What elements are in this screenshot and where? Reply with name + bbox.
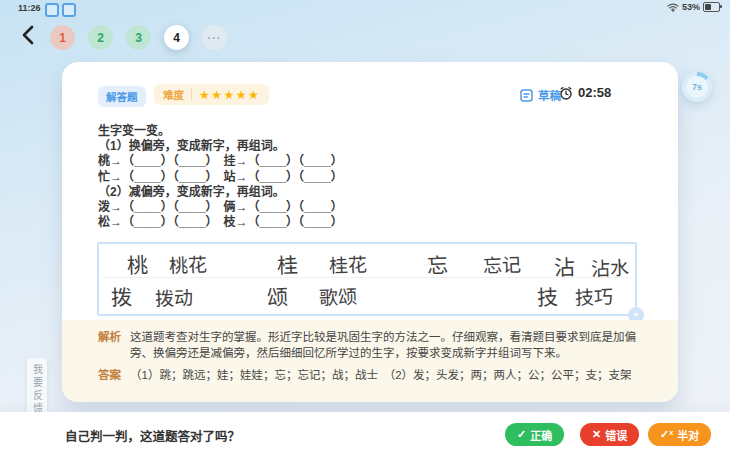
floating-progress-button[interactable]: 7s bbox=[682, 72, 712, 102]
question-line: 桃→（____）（____） 挂→（____）（____） bbox=[98, 154, 498, 169]
difficulty-badge: 难度 ★★★★★ bbox=[154, 84, 269, 105]
handwritten-word: 忘记 bbox=[483, 249, 522, 277]
back-button[interactable] bbox=[20, 24, 38, 46]
timer: 02:58 bbox=[559, 85, 611, 100]
judge-wrong-button[interactable]: ✕ 错误 bbox=[580, 423, 639, 446]
judge-wrong-label: 错误 bbox=[605, 427, 627, 443]
battery-percent: 53% bbox=[682, 2, 700, 12]
timer-value: 02:58 bbox=[578, 85, 611, 100]
handwriting-answer-area[interactable]: 桃 桃花 桂 桂花 忘 忘记 沾 沾水 拨 拨动 颂 歌颂 技 技巧 + bbox=[97, 242, 637, 316]
question-tab-2[interactable]: 2 bbox=[88, 25, 113, 50]
status-bar: 11:26 53% bbox=[0, 0, 730, 16]
question-tab-4[interactable]: 4 bbox=[164, 25, 189, 50]
judge-correct-button[interactable]: ✓ 正确 bbox=[505, 423, 564, 446]
analysis-row: 解析 这道题考查对生字的掌握。形近字比较是巩固生字的方法之一。仔细观察，看清题目… bbox=[62, 329, 678, 361]
battery-icon bbox=[703, 2, 720, 12]
star-rating: ★★★★★ bbox=[199, 89, 260, 101]
floating-window-icon[interactable] bbox=[62, 3, 76, 17]
more-questions-button[interactable]: ··· bbox=[202, 25, 227, 50]
handwritten-word: 桃花 bbox=[169, 249, 208, 277]
answer-text: （1）跳；跳远；娃；娃娃；忘；忘记；战；战士 （2）发；头发；两；两人；公；公平… bbox=[130, 367, 656, 383]
handwritten-word: 忘 bbox=[426, 249, 448, 280]
judge-half-button[interactable]: ✓ˣ 半对 bbox=[648, 423, 711, 446]
difficulty-label: 难度 bbox=[163, 87, 184, 102]
status-right: 53% bbox=[667, 2, 720, 12]
handwritten-word: 拨动 bbox=[155, 282, 194, 310]
cross-icon: ✕ bbox=[592, 429, 601, 440]
half-check-icon: ✓ˣ bbox=[660, 429, 673, 440]
handwritten-word: 桂 bbox=[276, 249, 298, 280]
clock-time: 11:26 bbox=[18, 3, 41, 13]
judge-correct-label: 正确 bbox=[530, 427, 552, 443]
question-card: 解答题 难度 ★★★★★ 草稿 02:58 生字变一变。 （1）换偏旁，变成新字… bbox=[62, 62, 678, 402]
handwritten-word: 技巧 bbox=[575, 281, 614, 309]
draft-label: 草稿 bbox=[538, 87, 561, 103]
analysis-label: 解析 bbox=[98, 329, 130, 361]
question-line: 生字变一变。 bbox=[98, 124, 498, 139]
judge-bar: 自己判一判，这道题答对了吗？ ✓ 正确 ✕ 错误 ✓ˣ 半对 bbox=[0, 412, 730, 456]
feedback-tab-label: 我要反馈 bbox=[30, 364, 45, 416]
question-tab-3[interactable]: 3 bbox=[126, 25, 151, 50]
divider bbox=[191, 89, 192, 100]
handwritten-word: 歌颂 bbox=[319, 281, 358, 309]
floating-window-icon[interactable] bbox=[45, 3, 59, 17]
question-line: 忙→（____）（____） 站→（____）（____） bbox=[98, 170, 498, 185]
handwritten-word: 颂 bbox=[266, 281, 288, 312]
screen: 11:26 53% 1 2 3 4 ··· 解答题 难度 ★★★★★ 草稿 bbox=[0, 0, 730, 456]
judge-half-label: 半对 bbox=[677, 427, 699, 443]
analysis-text: 这道题考查对生字的掌握。形近字比较是巩固生字的方法之一。仔细观察，看清题目要求到… bbox=[130, 329, 656, 361]
answer-row: 答案 （1）跳；跳远；娃；娃娃；忘；忘记；战；战士 （2）发；头发；两；两人；公… bbox=[62, 367, 678, 383]
alarm-clock-icon bbox=[559, 86, 573, 100]
draft-document-icon bbox=[520, 89, 533, 102]
answer-label: 答案 bbox=[98, 367, 130, 383]
question-line: 泼→（____）（____） 俩→（____）（____） bbox=[98, 200, 498, 215]
draft-button[interactable]: 草稿 bbox=[520, 87, 561, 103]
solution-section: 解析 这道题考查对生字的掌握。形近字比较是巩固生字的方法之一。仔细观察，看清题目… bbox=[62, 320, 678, 402]
floating-progress-value: 7s bbox=[686, 76, 708, 98]
handwritten-word: 技 bbox=[536, 281, 558, 312]
handwritten-word: 沾水 bbox=[591, 252, 630, 280]
handwritten-word: 沾 bbox=[553, 251, 575, 282]
check-icon: ✓ bbox=[517, 429, 526, 440]
question-type-badge: 解答题 bbox=[98, 86, 146, 107]
question-tab-1[interactable]: 1 bbox=[50, 25, 75, 50]
handwritten-word: 桃 bbox=[126, 249, 148, 280]
handwritten-word: 拨 bbox=[110, 281, 132, 312]
wifi-icon bbox=[667, 3, 679, 12]
question-text: 生字变一变。 （1）换偏旁，变成新字，再组词。 桃→（____）（____） 挂… bbox=[98, 124, 498, 230]
question-line: （1）换偏旁，变成新字，再组词。 bbox=[98, 139, 498, 154]
question-line: （2）减偏旁，变成新字，再组词。 bbox=[98, 185, 498, 200]
judge-prompt: 自己判一判，这道题答对了吗？ bbox=[65, 426, 240, 445]
handwritten-word: 桂花 bbox=[329, 249, 368, 277]
question-line: 松→（____）（____） 枝→（____）（____） bbox=[98, 215, 498, 230]
